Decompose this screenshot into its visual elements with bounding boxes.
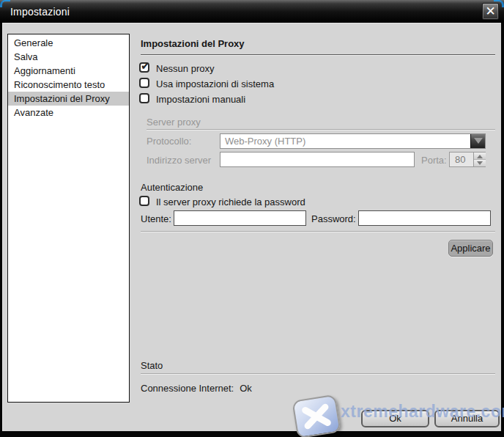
spinner-down-button[interactable] bbox=[474, 160, 486, 166]
title-bar[interactable]: Impostazioni ✕ bbox=[0, 0, 504, 23]
port-stepper[interactable] bbox=[449, 152, 486, 167]
spinner-up-button[interactable] bbox=[474, 153, 486, 160]
chevron-down-icon bbox=[474, 138, 483, 144]
checkbox-nessun-proxy[interactable]: ✔ bbox=[139, 62, 149, 73]
window-title: Impostazioni bbox=[10, 6, 70, 18]
password-label: Password: bbox=[311, 213, 356, 224]
spinner-down-icon bbox=[477, 161, 483, 165]
spinner-up-icon bbox=[477, 155, 483, 158]
option-label-impostazioni-manuali[interactable]: Impostazioni manuali bbox=[156, 94, 245, 105]
checkbox-impostazioni-manuali[interactable] bbox=[139, 93, 149, 103]
window-border-bottom bbox=[0, 431, 504, 437]
password-input[interactable] bbox=[358, 210, 491, 226]
window-border-right bbox=[501, 23, 504, 431]
status-section-title: Stato bbox=[141, 360, 163, 371]
sidebar-item-impostazioni-del-proxy[interactable]: Impostazioni del Proxy bbox=[8, 92, 129, 106]
port-spinner-buttons bbox=[473, 153, 485, 166]
server-proxy-divider bbox=[147, 129, 495, 131]
settings-window: Impostazioni ✕ Generale Salva Aggiorname… bbox=[0, 0, 504, 437]
status-divider bbox=[141, 373, 495, 375]
auth-checkbox-label[interactable]: Il server proxy richiede la password bbox=[156, 197, 305, 208]
dialog-content: Generale Salva Aggiornamenti Riconoscime… bbox=[2, 23, 501, 431]
connection-status-value: Ok bbox=[240, 383, 252, 394]
check-icon: ✔ bbox=[141, 59, 150, 73]
ok-button[interactable]: Ok bbox=[361, 410, 429, 427]
server-address-input[interactable] bbox=[220, 152, 415, 167]
cancel-button[interactable]: Annulla bbox=[434, 410, 500, 427]
window-glow-accent-left bbox=[0, 0, 10, 7]
protocol-label: Protocollo: bbox=[147, 136, 191, 147]
user-input[interactable] bbox=[174, 210, 306, 226]
option-label-usa-impostazioni[interactable]: Usa impostazioni di sistema bbox=[156, 78, 274, 89]
sidebar-item-aggiornamenti[interactable]: Aggiornamenti bbox=[8, 64, 129, 78]
user-label: Utente: bbox=[141, 213, 171, 224]
server-proxy-group-title: Server proxy bbox=[147, 117, 201, 128]
server-address-label: Indirizzo server bbox=[147, 155, 211, 166]
window-glow-accent-right bbox=[494, 0, 504, 7]
sidebar-item-salva[interactable]: Salva bbox=[8, 50, 129, 64]
settings-category-list: Generale Salva Aggiornamenti Riconoscime… bbox=[7, 34, 130, 403]
port-label: Porta: bbox=[421, 155, 447, 166]
window-border-left bbox=[0, 23, 2, 431]
apply-button[interactable]: Applicare bbox=[448, 240, 493, 257]
option-label-nessun-proxy[interactable]: Nessun proxy bbox=[156, 63, 214, 74]
panel-heading: Impostazioni del Proxy bbox=[141, 38, 245, 49]
connection-status-row: Connessione Internet:Ok bbox=[141, 383, 252, 394]
checkbox-usa-impostazioni-di-sistema[interactable] bbox=[139, 78, 149, 88]
connection-status-label: Connessione Internet: bbox=[141, 383, 234, 394]
checkbox-proxy-password[interactable] bbox=[139, 196, 149, 206]
dropdown-arrow-button[interactable] bbox=[470, 134, 485, 148]
watermark-x-logo-icon bbox=[292, 394, 341, 437]
sidebar-item-riconoscimento-testo[interactable]: Riconoscimento testo bbox=[8, 78, 129, 92]
protocol-selected-value: Web-Proxy (HTTP) bbox=[225, 136, 305, 147]
sidebar-item-generale[interactable]: Generale bbox=[8, 36, 129, 50]
sidebar-item-avanzate[interactable]: Avanzate bbox=[8, 106, 129, 120]
protocol-dropdown[interactable]: Web-Proxy (HTTP) bbox=[220, 133, 486, 149]
heading-divider bbox=[141, 54, 495, 56]
auth-divider bbox=[141, 231, 495, 232]
port-input[interactable] bbox=[450, 153, 473, 166]
auth-section-title: Autenticazione bbox=[141, 182, 203, 193]
watermark-logo-bar bbox=[303, 403, 330, 430]
